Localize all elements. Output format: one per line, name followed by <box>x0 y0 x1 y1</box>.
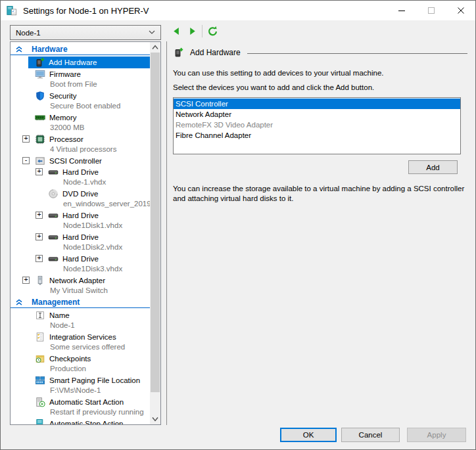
vm-name-icon <box>35 310 45 321</box>
hard-drive-icon <box>48 167 59 177</box>
tree-item-label: Automatic Start Action <box>49 398 124 406</box>
close-button[interactable] <box>446 1 475 20</box>
smart-paging-icon <box>35 375 45 386</box>
sidebar-scrollbar[interactable] <box>150 42 160 424</box>
scroll-down-icon <box>152 416 158 422</box>
integration-services-icon <box>35 332 45 342</box>
expand-icon[interactable]: + <box>36 233 43 240</box>
tree-item-label: Processor <box>49 135 83 143</box>
tree-item-subtext: Node-1.vhdx <box>11 177 150 188</box>
device-option-fibre-channel-adapter[interactable]: Fibre Channel Adapter <box>174 130 460 141</box>
tree-item-automatic-start-action[interactable]: Automatic Start Action <box>11 396 150 407</box>
navigate-back-button[interactable] <box>172 26 181 36</box>
tree-item-subtext: My Virtual Switch <box>11 286 150 296</box>
section-header-hardware[interactable]: Hardware <box>11 44 150 55</box>
tree-item-subtext: Production <box>11 364 150 374</box>
add-button[interactable]: Add <box>408 160 458 174</box>
panel-divider <box>166 41 167 425</box>
tree-item-subtext: en_windows_server_2019... <box>11 199 150 210</box>
add-hardware-icon <box>173 47 183 58</box>
settings-navigation-list: HardwareAdd HardwareFirmwareBoot from Fi… <box>10 41 161 425</box>
tree-item-subtext: Node1Disk3.vhdx <box>11 264 150 275</box>
tree-item-name[interactable]: Name <box>11 309 150 321</box>
chevron-double-up-icon <box>15 45 23 53</box>
tree-item-processor[interactable]: +Processor <box>11 133 150 145</box>
tree-item-label: Name <box>49 311 70 319</box>
auto-start-icon <box>35 397 45 407</box>
tree-item-hard-drive[interactable]: +Hard Drive <box>11 253 150 264</box>
cancel-button[interactable]: Cancel <box>341 428 400 442</box>
device-option-remotefx-3d-video-adapter: RemoteFX 3D Video Adapter <box>174 120 460 130</box>
scroll-down-button[interactable] <box>150 414 160 424</box>
tree-item-label: Checkpoints <box>49 355 91 363</box>
maximize-button[interactable] <box>416 1 446 20</box>
tree-item-hard-drive[interactable]: +Hard Drive <box>11 231 150 242</box>
title-bar: Settings for Node-1 on HYPER-V <box>1 1 475 20</box>
processor-icon <box>35 134 45 145</box>
back-arrow-icon <box>172 26 181 36</box>
expand-icon[interactable]: + <box>22 135 30 143</box>
tree-item-subtext: 4 Virtual processors <box>11 145 150 155</box>
tree-item-label: Network Adapter <box>49 277 105 284</box>
tree-item-scsi-controller[interactable]: -SCSI Controller <box>11 155 150 166</box>
ok-button[interactable]: OK <box>280 428 337 442</box>
section-header-management[interactable]: Management <box>11 297 150 308</box>
scrollbar-thumb[interactable] <box>151 53 160 392</box>
hard-drive-icon <box>48 232 59 242</box>
add-hardware-icon <box>34 57 45 68</box>
tree-item-firmware[interactable]: Firmware <box>11 68 150 79</box>
vm-selector-dropdown[interactable]: Node-1 <box>10 25 161 40</box>
forward-arrow-icon <box>187 26 197 36</box>
network-adapter-icon <box>35 275 45 286</box>
tree-item-add-hardware[interactable]: Add Hardware <box>28 56 150 68</box>
panel-header: Add Hardware <box>173 47 467 58</box>
chevron-down-icon <box>149 30 155 35</box>
hard-drive-icon <box>48 254 59 264</box>
scroll-up-button[interactable] <box>150 42 160 53</box>
device-listbox[interactable]: SCSI ControllerNetwork AdapterRemoteFX 3… <box>173 97 461 154</box>
tree-item-hard-drive[interactable]: +Hard Drive <box>11 210 150 221</box>
tree-item-label: Add Hardware <box>49 58 97 66</box>
tree-item-label: Smart Paging File Location <box>49 376 140 384</box>
refresh-icon <box>207 26 218 37</box>
refresh-button[interactable] <box>207 26 218 37</box>
security-icon <box>35 91 45 101</box>
tree-item-memory[interactable]: Memory <box>11 112 150 123</box>
scsi-controller-icon <box>35 156 45 166</box>
tree-item-label: Firmware <box>49 70 81 78</box>
expand-icon[interactable]: + <box>22 277 30 284</box>
expand-icon[interactable]: + <box>36 212 43 219</box>
intro-text-1: You can use this setting to add devices … <box>173 68 467 78</box>
tree-item-label: DVD Drive <box>62 190 98 198</box>
tree-item-subtext: Node1Disk1.vhdx <box>11 221 150 231</box>
tree-item-hard-drive[interactable]: +Hard Drive <box>11 166 150 177</box>
tree-item-integration-services[interactable]: Integration Services <box>11 331 150 342</box>
tree-item-subtext: Restart if previously running <box>11 407 150 418</box>
tree-item-dvd-drive[interactable]: DVD Drive <box>11 188 150 199</box>
tree-item-checkpoints[interactable]: Checkpoints <box>11 353 150 364</box>
tree-item-subtext: Secure Boot enabled <box>11 101 150 112</box>
vm-selector-value: Node-1 <box>16 29 149 37</box>
tree-item-network-adapter[interactable]: +Network Adapter <box>11 275 150 286</box>
minimize-icon <box>398 7 405 14</box>
hyperv-settings-app-icon <box>7 5 17 16</box>
window-controls <box>387 1 475 20</box>
collapse-icon[interactable]: - <box>22 157 30 164</box>
tree-item-label: Security <box>49 92 77 100</box>
header-rule <box>247 53 467 54</box>
tree-item-security[interactable]: Security <box>11 90 150 101</box>
expand-icon[interactable]: + <box>36 255 43 262</box>
expand-icon[interactable]: + <box>36 168 43 175</box>
navigate-forward-button[interactable] <box>187 26 197 36</box>
tree-item-automatic-stop-action[interactable]: Automatic Stop Action <box>11 418 150 424</box>
dvd-drive-icon <box>48 189 59 199</box>
tree-item-smart-paging-file-location[interactable]: Smart Paging File Location <box>11 374 150 386</box>
device-option-network-adapter[interactable]: Network Adapter <box>174 109 460 120</box>
hard-drive-icon <box>48 210 59 221</box>
tree-item-subtext: Node1Disk2.vhdx <box>11 242 150 253</box>
device-option-scsi-controller[interactable]: SCSI Controller <box>174 99 460 109</box>
tree-item-label: Hard Drive <box>62 255 99 263</box>
intro-text-2: Select the devices you want to add and c… <box>173 83 467 92</box>
section-header-label: Management <box>32 298 80 307</box>
minimize-button[interactable] <box>387 1 416 20</box>
